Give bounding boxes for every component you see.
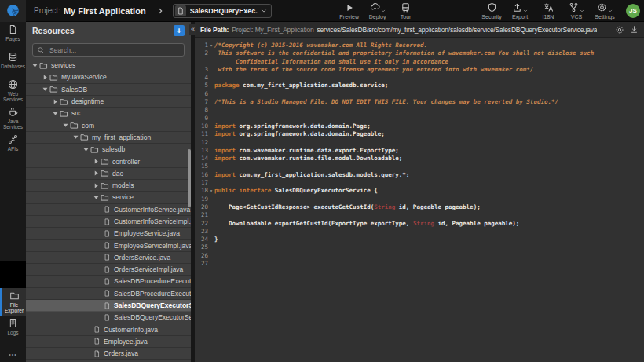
preview-button[interactable]: Preview [338,2,361,20]
code-line-22[interactable]: 22 Downloadable exportGetCustId(ExportTy… [195,220,644,228]
tree-folder-com[interactable]: com [26,119,191,131]
tree-file-ordersservice-java[interactable]: OrdersService.java [26,252,191,264]
file-icon [104,278,111,285]
settings-button[interactable]: Settings [593,2,617,20]
search-icon [37,46,45,54]
tree-folder-models[interactable]: models [26,180,191,192]
i18n-button[interactable]: I18N [536,2,560,20]
code-line-5[interactable]: 5package com.my_first_application.salesd… [195,82,644,90]
fold-marker-icon[interactable]: ▾ [208,187,214,195]
fold-marker-icon[interactable]: ▾ [208,42,214,49]
collapse-arrow-icon[interactable] [73,134,80,140]
rail-item-pages[interactable]: Pages [0,22,26,49]
tree-file-salesdbqueryexecutorserviceimpl-java[interactable]: SalesDBQueryExecutorServiceImpl.java [26,312,191,324]
collapse-panel-button[interactable]: « [189,24,196,35]
file-selector-dropdown[interactable]: SalesDBQueryExec... [173,4,272,18]
user-avatar[interactable]: JS [626,4,640,18]
code-line-2[interactable]: 2 This software is the confidential and … [195,49,644,66]
search-input[interactable] [48,46,180,55]
code-line-20[interactable]: 20 Page<GetCustIdResponse> executeGetCus… [195,203,644,211]
code-line-17[interactable]: 17 [195,179,644,187]
more-menu-button[interactable]: ••• [0,346,26,362]
tree-folder-salesdb[interactable]: SalesDB [26,84,191,96]
tree-file-salesdbqueryexecutorservice-java[interactable]: SalesDBQueryExecutorService.java [26,300,191,312]
code-editor: 1▾/*Copyright (c) 2015-2016 wavemaker.co… [195,38,644,362]
rail-item-logs[interactable]: Logs [0,316,26,343]
code-line-11[interactable]: 11import org.springframework.data.domain… [195,130,644,138]
collapse-arrow-icon[interactable] [83,147,90,152]
code-line-7[interactable]: 7/*This is a Studio Managed File. DO NOT… [195,98,644,106]
code-line-4[interactable]: 4 [195,74,644,82]
tree-file-orders-java[interactable]: Orders.java [26,348,191,360]
code-line-27[interactable]: 27 [195,260,644,268]
code-line-8[interactable]: 8 [195,106,644,114]
tree-file-customerinfoserviceimpl-java[interactable]: CustomerInfoServiceImpl.java [26,216,191,228]
rail-item-databases[interactable]: Databases [0,49,26,77]
code-line-3[interactable]: 3 with the terms of the source code lice… [195,66,644,74]
tree-folder-service[interactable]: service [26,192,191,203]
expand-arrow-icon[interactable] [93,170,101,176]
collapse-arrow-icon[interactable] [42,86,49,92]
expand-arrow-icon[interactable] [93,159,101,164]
expand-arrow-icon[interactable] [93,183,101,188]
tree-folder-controller[interactable]: controller [26,155,191,167]
tree-file-employeeservice-java[interactable]: EmployeeService.java [26,228,191,240]
editor-settings-gear-icon[interactable] [615,25,624,35]
rail-item-web-services[interactable]: Web Services [0,77,26,104]
tree-file-employeeserviceimpl-java[interactable]: EmployeeServiceImpl.java [26,240,191,251]
collapse-arrow-icon[interactable] [63,122,70,128]
line-number: 26 [195,252,208,260]
tree-file-customerinfo-java[interactable]: CustomerInfo.java [26,324,191,336]
code-line-18[interactable]: 18▾public interface SalesDBQueryExecutor… [195,187,644,195]
code-line-21[interactable]: 21 [195,211,644,219]
code-line-1[interactable]: 1▾/*Copyright (c) 2015-2016 wavemaker.co… [195,42,644,49]
tree-file-customerinfoservice-java[interactable]: CustomerInfoService.java [26,204,191,216]
tree-folder-dao[interactable]: dao [26,168,191,180]
download-file-icon[interactable] [630,25,639,34]
code-line-10[interactable]: 10import org.springframework.data.domain… [195,122,644,130]
code-line-12[interactable]: 12 [195,139,644,147]
folder-icon [101,193,109,202]
vcs-button[interactable]: VCS [565,2,588,20]
export-button[interactable]: Export [508,2,532,20]
tree-file-salesdbprocedureexecutorservice-java[interactable]: SalesDBProcedureExecutorService.java [26,276,191,287]
code-line-13[interactable]: 13import com.wavemaker.runtime.data.expo… [195,147,644,155]
rail-item-file-explorer[interactable]: File Explorer [0,288,26,316]
topbar-left-actions: PreviewDeployTour [338,2,418,20]
code-line-9[interactable]: 9 [195,115,644,122]
tree-folder-src[interactable]: src [26,108,191,119]
tree-file-salesdbprocedureexecutorserviceimpl-java[interactable]: SalesDBProcedureExecutorServiceImpl.java [26,288,191,300]
code-line-6[interactable]: 6 [195,90,644,98]
tree-folder-myjavaservice[interactable]: MyJavaService [26,71,191,83]
code-line-26[interactable]: 26 [195,252,644,260]
search-box[interactable] [32,43,185,57]
expand-arrow-icon[interactable] [53,99,60,104]
expand-arrow-icon[interactable] [42,75,49,80]
code-line-14[interactable]: 14import com.wavemaker.runtime.file.mode… [195,155,644,163]
collapse-arrow-icon[interactable] [53,111,60,116]
security-button[interactable]: Security [480,2,503,20]
tree-file-employee-java[interactable]: Employee.java [26,336,191,348]
add-resource-button[interactable]: + [174,25,185,36]
code-line-19[interactable]: 19 [195,196,644,203]
folder-icon [101,169,109,177]
tree-folder-my-first-application[interactable]: my_first_application [26,132,191,144]
rail-item-java-services[interactable]: Java Services [0,104,26,132]
tree-folder-salesdb[interactable]: salesdb [26,144,191,155]
code-line-25[interactable]: 25 [195,243,644,251]
chevron-down-icon [261,8,267,14]
tour-button[interactable]: Tour [394,2,418,20]
collapse-arrow-icon[interactable] [32,63,39,68]
code-line-24[interactable]: 24} [195,236,644,243]
tree-file-ordersserviceimpl-java[interactable]: OrdersServiceImpl.java [26,264,191,276]
chevron-down-icon [608,9,613,13]
code-line-23[interactable]: 23 [195,228,644,236]
wavemaker-logo[interactable] [0,0,26,22]
code-line-16[interactable]: 16import com.my_first_application.salesd… [195,171,644,179]
tree-folder-services[interactable]: services [26,60,191,71]
code-line-15[interactable]: 15 [195,163,644,170]
rail-item-apis[interactable]: APIs [0,132,26,159]
collapse-arrow-icon[interactable] [93,195,101,200]
deploy-button[interactable]: Deploy [366,2,390,20]
tree-folder-designtime[interactable]: designtime [26,96,191,108]
